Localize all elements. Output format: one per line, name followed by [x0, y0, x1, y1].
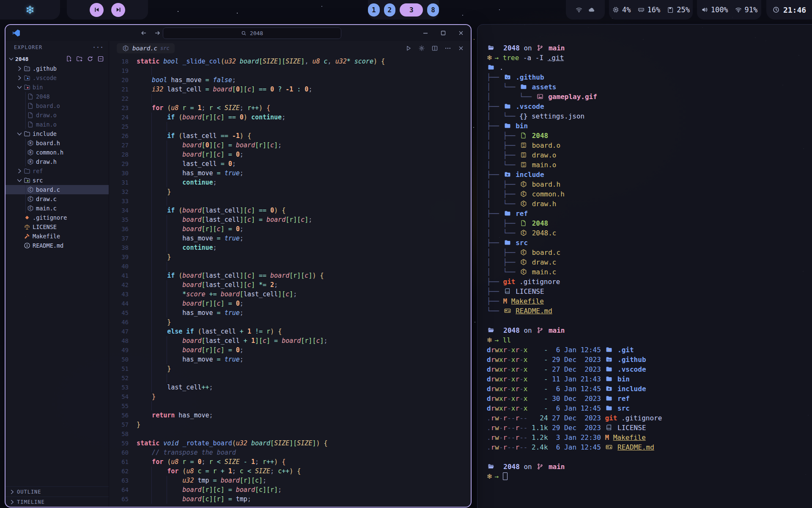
code-editor[interactable]: 18static bool _slide_col(u32 board[SIZE]…: [109, 55, 471, 507]
permissions: drwxr-xr-x: [487, 365, 527, 373]
chevron-down-icon[interactable]: [16, 84, 23, 91]
code-line-50: 50has_move = true;: [109, 355, 471, 364]
command-center-search[interactable]: 2048: [163, 28, 341, 39]
workspace-2[interactable]: 2: [384, 3, 396, 17]
explorer-item-.vscode[interactable]: .vscode: [5, 73, 109, 83]
code-line-27: 27board[0][c] = board[r][c];: [109, 141, 471, 150]
explorer-item-Makefile[interactable]: Makefile: [5, 232, 109, 241]
forward-arrow-icon[interactable]: [154, 30, 161, 36]
explorer-item-draw.h[interactable]: Hdraw.h: [5, 157, 109, 166]
chevron-right-icon[interactable]: [16, 65, 23, 72]
terminal-cursor: [503, 472, 508, 480]
explorer-file-tree: .github.vscodebin2048board.odraw.omain.o…: [5, 64, 109, 486]
outline-section[interactable]: OUTLINE: [5, 486, 109, 497]
workspace-1[interactable]: 1: [368, 3, 380, 17]
refresh-icon[interactable]: [86, 55, 94, 62]
explorer-item-ref[interactable]: ref: [5, 166, 109, 176]
terminal-line: ❄ →: [487, 472, 812, 481]
terminal-line: ├── .vscode: [487, 102, 812, 111]
collapse-all-icon[interactable]: [97, 55, 104, 62]
explorer-section-row[interactable]: 2048: [5, 54, 109, 64]
bar-logo-module[interactable]: ❄: [0, 0, 60, 19]
minimize-icon[interactable]: [422, 30, 429, 36]
split-editor-icon[interactable]: [431, 45, 439, 52]
chevron-right-icon[interactable]: [16, 168, 23, 174]
explorer-menu-button[interactable]: ···: [92, 44, 104, 51]
timeline-section[interactable]: TIMELINE: [5, 497, 109, 507]
explorer-item-main.o[interactable]: main.o: [5, 120, 109, 129]
media-previous-button[interactable]: [90, 3, 104, 17]
skip-forward-icon: [115, 6, 122, 13]
workspace-8[interactable]: 8: [427, 3, 439, 17]
line-number: 59: [109, 439, 137, 448]
explorer-item-bin[interactable]: bin: [5, 83, 109, 92]
chevron-down-icon[interactable]: [16, 177, 23, 184]
explorer-item-.github[interactable]: .github: [5, 64, 109, 73]
terminal-line: │ ├── C draw.c: [487, 257, 812, 267]
chevron-down-icon[interactable]: [16, 130, 23, 137]
hexc-icon: C: [26, 205, 34, 212]
chevron-right-icon[interactable]: [16, 75, 23, 81]
maximize-icon[interactable]: [439, 30, 447, 36]
terminal-window[interactable]: 2048 on main❄ → tree -a -I .git .├── .gi…: [477, 24, 812, 508]
code-line-41: 41if (board[last_cell][c] == board[r][c]…: [109, 271, 471, 280]
folder-vscode-icon: [23, 75, 31, 81]
fd-icon: [503, 210, 512, 217]
gbranch-icon: [536, 327, 544, 334]
gear-icon[interactable]: [418, 45, 425, 52]
file-icon: [26, 93, 34, 100]
terminal-line: drwxr-xr-x - 27 Dec 2023 .vscode: [487, 364, 812, 374]
explorer-item-label: include: [33, 130, 57, 137]
vscode-titlebar[interactable]: 2048: [5, 25, 471, 41]
explorer-item-draw.c[interactable]: Cdraw.c: [5, 194, 109, 204]
line-number: 19: [109, 66, 137, 75]
more-actions-icon[interactable]: [444, 45, 452, 52]
search-value: 2048: [250, 30, 263, 36]
bar-network-module[interactable]: [566, 0, 605, 19]
terminal-line: .rw-r--r-- 24 27 Dec 2023 git .gitignore: [487, 413, 812, 423]
bar-clock-module[interactable]: 21:46: [766, 0, 812, 19]
explorer-item-main.c[interactable]: Cmain.c: [5, 204, 109, 213]
media-next-button[interactable]: [111, 3, 125, 17]
back-arrow-icon[interactable]: [140, 30, 148, 36]
new-file-icon[interactable]: [65, 55, 73, 62]
terminal-line: ├── git .gitignore: [487, 277, 812, 287]
editor-tabbar: C board.c src: [109, 41, 471, 55]
line-number: 20: [109, 75, 137, 85]
explorer-item-.gitignore[interactable]: .gitignore: [5, 213, 109, 222]
run-icon[interactable]: [405, 45, 412, 52]
terminal-line: drwxr-xr-x - 6 Jan 12:45 include: [487, 384, 812, 394]
workspace-3-active[interactable]: 3: [400, 3, 423, 17]
line-number: 42: [109, 280, 137, 290]
bar-system-stats-module[interactable]: 4% 16% 25%: [609, 0, 693, 19]
fd-icon: [605, 395, 613, 402]
terminal-line: 2048 on main: [487, 462, 812, 472]
explorer-item-board.h[interactable]: Hboard.h: [5, 138, 109, 148]
desktop: ❄ 1238 4% 16% 25% 100% 91% 21:46: [0, 0, 812, 508]
svg-text:C: C: [29, 197, 31, 201]
hexh-icon: H: [26, 149, 34, 156]
close-editor-icon[interactable]: [457, 45, 465, 52]
tab-board-c[interactable]: C board.c src: [117, 43, 175, 53]
close-icon[interactable]: [457, 30, 465, 36]
explorer-item-README.md[interactable]: README.md: [5, 241, 109, 250]
explorer-item-include[interactable]: include: [5, 129, 109, 138]
fgh-icon: [503, 74, 512, 81]
explorer-item-board.o[interactable]: board.o: [5, 101, 109, 110]
explorer-item-common.h[interactable]: Hcommon.h: [5, 148, 109, 157]
code-line-64: 64board[r][c] = board[c][r];: [109, 485, 471, 494]
skip-back-icon: [93, 6, 101, 13]
explorer-item-board.c[interactable]: Cboard.c: [5, 185, 109, 194]
bar-volume-network-module[interactable]: 100% 91%: [697, 0, 761, 19]
explorer-item-src[interactable]: src: [5, 176, 109, 185]
explorer-item-LICENSE[interactable]: LICENSE: [5, 222, 109, 232]
line-number: 47: [109, 327, 137, 336]
explorer-item-draw.o[interactable]: draw.o: [5, 110, 109, 120]
code-line-33: 33: [109, 196, 471, 206]
top-bar: ❄ 1238 4% 16% 25% 100% 91% 21:46: [0, 0, 812, 19]
hexc-icon: C: [26, 186, 34, 193]
new-folder-icon[interactable]: [76, 55, 83, 62]
vscode-body: EXPLORER ··· 2048 .github.vscodebin2048b…: [5, 41, 471, 507]
explorer-item-2048[interactable]: 2048: [5, 92, 109, 101]
fdo-icon: [487, 44, 495, 52]
